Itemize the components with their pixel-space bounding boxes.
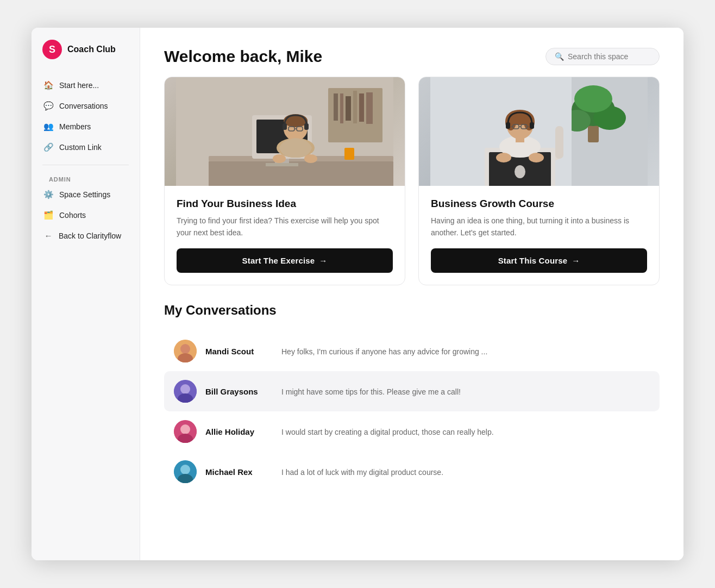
conversation-item-michael[interactable]: Michael Rex I had a lot of luck with my … [164, 452, 660, 492]
svg-rect-21 [304, 123, 309, 130]
main-content: Welcome back, Mike 🔍 [140, 28, 683, 560]
sidebar-item-back[interactable]: ← Back to Clarityflow [37, 226, 134, 245]
exercise-card-image [165, 77, 405, 186]
app-window: S Coach Club 🏠 Start here... 💬 Conversat… [32, 28, 683, 560]
sidebar-item-space-settings[interactable]: ⚙️ Space Settings [37, 185, 134, 204]
exercise-card-body: Find Your Business Idea Trying to find y… [165, 186, 405, 285]
conv-bill-name: Bill Graysons [205, 387, 276, 396]
members-icon: 👥 [43, 122, 54, 132]
svg-rect-2 [334, 93, 338, 121]
conversations-icon: 💬 [43, 101, 54, 111]
main-header: Welcome back, Mike 🔍 [140, 28, 683, 77]
avatar-bill [174, 380, 197, 403]
svg-rect-6 [359, 93, 364, 122]
course-card-body: Business Growth Course Having an idea is… [419, 186, 659, 285]
conv-mandi-name: Mandi Scout [205, 347, 276, 356]
exercise-card-desc: Trying to find your first idea? This exe… [177, 215, 393, 239]
conversations-section: My Conversations Mandi Scout Hey folks, … [140, 303, 683, 514]
course-card-illustration [419, 77, 659, 186]
svg-point-62 [180, 465, 190, 474]
svg-point-59 [180, 424, 190, 434]
course-card-desc: Having an idea is one thing, but turning… [431, 215, 647, 239]
svg-point-56 [180, 384, 190, 394]
conv-allie-preview: I would start by creating a digital prod… [281, 428, 494, 436]
svg-rect-5 [353, 91, 357, 123]
settings-icon: ⚙️ [43, 190, 54, 199]
sidebar-item-cohorts-label: Cohorts [59, 211, 86, 220]
conv-michael-preview: I had a lot of luck with my digital prod… [281, 468, 443, 477]
home-icon: 🏠 [43, 80, 54, 90]
avatar-mandi [174, 340, 197, 362]
sidebar-item-conversations-label: Conversations [59, 102, 108, 110]
page-title: Welcome back, Mike [164, 47, 322, 66]
conversations-list: Mandi Scout Hey folks, I'm curious if an… [164, 331, 660, 492]
cohorts-icon: 🗂️ [43, 210, 54, 220]
svg-point-36 [515, 165, 525, 178]
svg-rect-49 [530, 122, 534, 129]
exercise-card-title: Find Your Business Idea [177, 198, 393, 210]
conv-allie-name: Allie Holiday [205, 427, 276, 436]
sidebar-item-members-label: Members [59, 122, 91, 131]
exercise-card: Find Your Business Idea Trying to find y… [164, 77, 405, 285]
back-arrow-icon: ← [43, 231, 53, 240]
svg-point-16 [284, 114, 308, 127]
avatar-allie [174, 420, 197, 443]
sidebar-item-start-label: Start here... [59, 81, 99, 90]
svg-rect-48 [506, 122, 510, 129]
avatar-michael [174, 460, 197, 483]
sidebar-item-back-label: Back to Clarityflow [59, 232, 121, 240]
course-card-image [419, 77, 659, 186]
sidebar: S Coach Club 🏠 Start here... 💬 Conversat… [32, 28, 140, 560]
svg-rect-13 [266, 163, 298, 166]
search-input[interactable] [568, 52, 650, 61]
svg-rect-24 [344, 148, 354, 160]
svg-point-51 [529, 153, 544, 162]
svg-rect-33 [555, 126, 563, 159]
logo-icon: S [42, 40, 62, 59]
course-card: Business Growth Course Having an idea is… [418, 77, 660, 285]
exercise-card-illustration [165, 77, 405, 186]
svg-rect-7 [366, 92, 373, 124]
svg-point-22 [273, 154, 286, 163]
svg-point-53 [180, 344, 190, 354]
start-exercise-button[interactable]: Start The Exercise → [177, 248, 393, 273]
conv-bill-preview: I might have some tips for this. Please … [281, 387, 461, 396]
app-name: Coach Club [67, 45, 116, 54]
sidebar-nav: 🏠 Start here... 💬 Conversations 👥 Member… [32, 71, 140, 560]
conv-allie-content: Allie Holiday I would start by creating … [205, 427, 494, 436]
svg-rect-4 [346, 96, 351, 121]
sidebar-item-custom-link[interactable]: 🔗 Custom Link [37, 137, 134, 157]
sidebar-item-conversations[interactable]: 💬 Conversations [37, 96, 134, 116]
search-icon: 🔍 [555, 52, 564, 61]
link-icon: 🔗 [43, 142, 54, 152]
sidebar-divider [42, 165, 129, 165]
conv-bill-content: Bill Graysons I might have some tips for… [205, 387, 461, 396]
conversations-section-title: My Conversations [164, 303, 660, 318]
svg-point-23 [304, 154, 317, 163]
conv-mandi-content: Mandi Scout Hey folks, I'm curious if an… [205, 347, 487, 356]
svg-rect-3 [340, 93, 343, 123]
cards-row: Find Your Business Idea Trying to find y… [140, 77, 683, 303]
sidebar-item-cohorts[interactable]: 🗂️ Cohorts [37, 205, 134, 225]
svg-point-30 [574, 85, 612, 112]
conversation-item-allie[interactable]: Allie Holiday I would start by creating … [164, 411, 660, 452]
conversation-item-bill[interactable]: Bill Graysons I might have some tips for… [164, 371, 660, 411]
sidebar-item-custom-link-label: Custom Link [59, 143, 102, 152]
conv-mandi-preview: Hey folks, I'm curious if anyone has any… [281, 347, 487, 356]
svg-point-50 [496, 153, 511, 162]
svg-rect-20 [283, 123, 287, 130]
start-course-button[interactable]: Start This Course → [431, 248, 647, 273]
search-bar[interactable]: 🔍 [545, 48, 660, 65]
sidebar-item-start[interactable]: 🏠 Start here... [37, 76, 134, 95]
conv-michael-content: Michael Rex I had a lot of luck with my … [205, 467, 443, 477]
sidebar-item-space-settings-label: Space Settings [59, 190, 110, 199]
sidebar-item-members[interactable]: 👥 Members [37, 117, 134, 136]
sidebar-logo[interactable]: S Coach Club [32, 28, 140, 71]
admin-section-label: ADMIN [37, 173, 134, 185]
course-card-title: Business Growth Course [431, 198, 647, 210]
svg-rect-9 [209, 161, 393, 186]
conversation-item-mandi[interactable]: Mandi Scout Hey folks, I'm curious if an… [164, 331, 660, 371]
conv-michael-name: Michael Rex [205, 467, 276, 477]
